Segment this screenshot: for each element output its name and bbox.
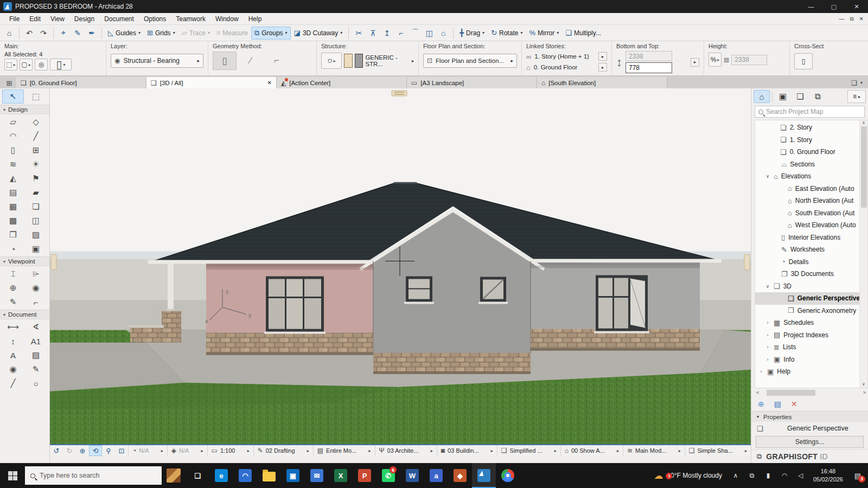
navigator-menu-button[interactable]: ≡ ▸: [847, 90, 866, 103]
tree-item-schedules[interactable]: ›▦Schedules: [755, 317, 859, 329]
3d-viewport[interactable]: z x y: [50, 88, 751, 444]
grids-button[interactable]: ⊞ Grids ▾: [144, 27, 178, 40]
menu-options[interactable]: Options: [139, 14, 171, 24]
cross-section-button[interactable]: ▯: [794, 53, 813, 69]
orbit-button[interactable]: ⟲: [89, 445, 102, 456]
quickoption-design-option[interactable]: ≋Main Mod...▸: [623, 445, 685, 456]
redo-button[interactable]: ↷: [36, 27, 50, 40]
lamp-tool[interactable]: ▩: [2, 214, 24, 228]
camera-tool[interactable]: ⌐: [25, 295, 47, 309]
add-viewpoint-button[interactable]: ⊕: [758, 400, 764, 408]
doc-close-button[interactable]: ✕: [859, 16, 864, 22]
pickup-parameters-button[interactable]: ✎: [71, 27, 85, 40]
tab-3d-all[interactable]: ❑[3D / All]✕: [146, 77, 277, 88]
worksheet-tool[interactable]: ◉: [25, 281, 47, 295]
quickoption-model-view-options[interactable]: ◙03 Buildin...▸: [437, 445, 497, 456]
maximize-button[interactable]: ▢: [822, 0, 845, 13]
tree-expander[interactable]: ∨: [765, 174, 770, 179]
opening-tool[interactable]: ▨: [25, 228, 47, 242]
object-tool[interactable]: ❏: [25, 200, 47, 214]
taskbar-app-app-orange[interactable]: ◈: [448, 463, 472, 488]
taskbar-app-task-view[interactable]: ❏: [186, 463, 209, 488]
scroll-thumb[interactable]: [861, 126, 867, 208]
doc-restore-button[interactable]: ⧉: [850, 16, 853, 22]
pie-tool[interactable]: ◔: [2, 242, 24, 256]
menu-file[interactable]: File: [4, 14, 24, 24]
tab-action-center[interactable]: ◭[Action Center]: [277, 77, 407, 88]
quickoption-renovation-filter[interactable]: ⌂00 Show A...▸: [560, 445, 623, 456]
quickoption-orientation[interactable]: ◔N/A▸: [128, 445, 167, 456]
action-center-button[interactable]: ▤3: [847, 472, 868, 480]
linked-story-top-flyout[interactable]: ▸: [598, 52, 607, 61]
3d-cutaway-button[interactable]: ◪ 3D Cutaway ▾: [291, 27, 346, 40]
taskbar-app-powerpoint[interactable]: P: [353, 463, 376, 488]
roofmaker-button[interactable]: ⌂: [436, 27, 450, 40]
taskbar-app-mail[interactable]: ✉: [305, 463, 329, 488]
fill-tool[interactable]: ▨: [25, 348, 47, 362]
tree-item-north-elevation-aut[interactable]: ⌂North Elevation (Aut: [755, 195, 859, 207]
view-grip-right[interactable]: [744, 254, 750, 269]
taskbar-app-photos-app[interactable]: [162, 463, 186, 488]
trace-button[interactable]: ▱ Trace ▾: [178, 27, 213, 40]
building-material-value[interactable]: GENERIC - STR...: [365, 54, 410, 67]
marquee-settings-button[interactable]: ▢▸: [20, 59, 33, 70]
opening-button[interactable]: ◫: [422, 27, 436, 40]
height-mode-button[interactable]: %▸: [709, 53, 722, 67]
taskbar-app-microsoft-store[interactable]: ▣: [281, 463, 305, 488]
text-a1-tool[interactable]: A1: [25, 334, 47, 348]
taskbar-search[interactable]: Type here to search: [25, 466, 162, 485]
menu-help[interactable]: Help: [244, 14, 267, 24]
view-grip-top[interactable]: [392, 91, 407, 96]
scroll-thumb[interactable]: [767, 390, 815, 396]
selection-settings-button[interactable]: ⬚▸: [4, 59, 17, 70]
viewpoint-settings-button[interactable]: ▤: [774, 400, 781, 408]
explore-walk-button[interactable]: ⚲: [102, 445, 115, 456]
beam-tool[interactable]: ◠: [2, 129, 24, 143]
graphisoft-id-bar[interactable]: ⧉ GRAPHISOFT ID: [751, 449, 868, 463]
tree-item-sections[interactable]: ⌓Sections: [755, 158, 859, 171]
layer-combo[interactable]: ◉ Structural - Bearing ▸: [111, 54, 203, 68]
view-map-button[interactable]: ▣: [775, 90, 791, 103]
multiply-button[interactable]: ❏ Multiply...: [562, 27, 604, 40]
elevate-button[interactable]: ↥: [380, 27, 394, 40]
layout-book-button[interactable]: ❏: [792, 90, 808, 103]
tree-expander[interactable]: ›: [758, 369, 764, 374]
interior-elevation-tool[interactable]: ⊕: [2, 281, 24, 295]
taskbar-app-archicad[interactable]: [472, 463, 496, 488]
column-tool[interactable]: ◇: [25, 115, 47, 129]
quickoption-pen-set[interactable]: ✎02 Drafting▸: [253, 445, 313, 456]
tree-expander[interactable]: ›: [765, 332, 770, 338]
tree-horizontal-scrollbar[interactable]: < >: [755, 388, 868, 397]
structure-profile-button[interactable]: ○▸: [321, 53, 342, 69]
menu-teamwork[interactable]: Teamwork: [171, 14, 210, 24]
top-offset-field[interactable]: 2338: [626, 51, 672, 61]
adjust-button[interactable]: ⊼: [366, 27, 380, 40]
height-field[interactable]: 2338: [731, 55, 767, 65]
split-button[interactable]: ✂: [352, 27, 366, 40]
linked-story-bottom-flyout[interactable]: ▸: [598, 63, 607, 72]
quickoption-graphic-override[interactable]: ❏Simplified ...▸: [497, 445, 560, 456]
measure-button[interactable]: ⌗ Measure: [213, 27, 251, 40]
bottom-offset-field[interactable]: 778: [626, 62, 672, 73]
slab-tool[interactable]: ╱: [25, 129, 47, 143]
tree-item-help[interactable]: ›▣Help: [755, 365, 859, 378]
geometry-method-complex[interactable]: ⌐: [265, 52, 289, 70]
section-tool[interactable]: ⌶: [2, 267, 24, 281]
taskbar-app-whatsapp[interactable]: ✆6: [376, 463, 400, 488]
quad-views-button[interactable]: ⊞: [2, 78, 16, 88]
line-tool[interactable]: ╱: [2, 376, 24, 390]
home-button[interactable]: ⌂: [2, 27, 16, 40]
tree-expander[interactable]: ∨: [765, 284, 770, 289]
undo-button[interactable]: ↶: [22, 27, 36, 40]
view-grip-left[interactable]: [51, 254, 56, 269]
taskbar-app-word[interactable]: W: [400, 463, 424, 488]
project-map-button[interactable]: ⌂: [754, 90, 770, 103]
quickoption-3d-style[interactable]: ❑Simple Sha...▸: [685, 445, 751, 456]
elevation-tool[interactable]: ⌲: [25, 267, 47, 281]
taskbar-app-file-explorer[interactable]: [257, 463, 281, 488]
menu-edit[interactable]: Edit: [24, 14, 46, 24]
zone-tool[interactable]: ◫: [25, 214, 47, 228]
wall-tool[interactable]: ▱: [2, 115, 24, 129]
morph-tool[interactable]: ⚑: [25, 171, 47, 185]
label-tool[interactable]: ◉: [2, 362, 24, 376]
